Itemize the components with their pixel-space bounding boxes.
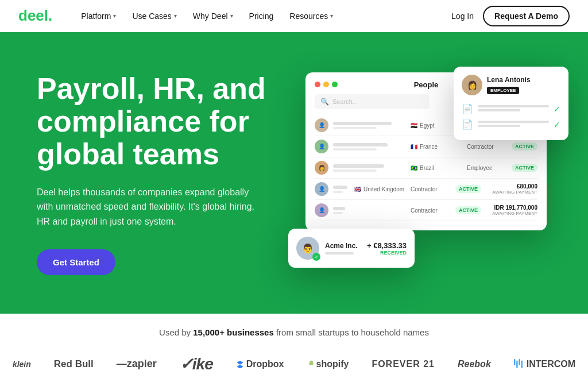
employee-name: Lena Antonis	[487, 76, 531, 84]
avatar: 👤	[315, 203, 328, 217]
name-cell	[333, 122, 406, 129]
close-dot	[315, 82, 320, 87]
search-placeholder: Search...	[332, 98, 358, 105]
brand-forever21: FOREVER 21	[372, 359, 435, 369]
nav-why-deel[interactable]: Why Deel ▾	[187, 8, 239, 24]
chevron-down-icon: ▾	[330, 13, 333, 19]
brand-logos: klein Red Bull —zapier ✓ike Dropbox shop…	[0, 354, 588, 378]
hero-illustration: People 🔍 Search... 👤 🇪🇬 Egypt	[294, 61, 551, 279]
status-badge: ACTIVE	[455, 206, 481, 214]
hero-section: Payroll, HR, and compliance for global t…	[0, 32, 588, 314]
login-button[interactable]: Log In	[451, 11, 474, 21]
document-lines	[478, 105, 549, 113]
type-cell: Contractor	[411, 186, 451, 192]
status-badge: ACTIVE	[512, 164, 537, 172]
payer-avatar: 👨 ✓	[296, 237, 319, 260]
chevron-down-icon: ▾	[113, 13, 116, 19]
brand-reebok: Reebok	[458, 359, 491, 369]
country-cell: 🇬🇧 United Kingdom	[354, 186, 406, 192]
table-row: 👤 Contractor ACTIVE IDR 191,770,000 AWAI…	[315, 200, 537, 221]
nav-actions: Log In Request A Demo	[451, 6, 570, 26]
svg-rect-4	[521, 360, 522, 368]
navigation: deel. Platform ▾ Use Cases ▾ Why Deel ▾ …	[0, 0, 588, 32]
employee-info: Lena Antonis EMPLOYEE	[487, 76, 531, 94]
brand-zapier: —zapier	[117, 358, 157, 370]
employee-type-badge: EMPLOYEE	[487, 87, 519, 94]
type-cell: Employee	[467, 165, 507, 171]
country-cell: 🇫🇷 France	[411, 144, 462, 150]
svg-rect-2	[516, 360, 517, 368]
hero-subtitle: Deel helps thousands of companies expand…	[37, 185, 266, 229]
social-proof-text: Used by 15,000+ businesses from small st…	[0, 327, 588, 337]
search-icon: 🔍	[320, 98, 329, 106]
payment-notification-card: 👨 ✓ Acme Inc. + €8,333.33 RECEIVED	[288, 229, 415, 268]
document-lines	[478, 121, 549, 129]
social-proof-section: Used by 15,000+ businesses from small st…	[0, 314, 588, 378]
payment-amount: £80,000	[486, 183, 537, 190]
avatar: 👤	[315, 118, 328, 132]
window-controls	[315, 82, 338, 87]
chevron-down-icon: ▾	[230, 13, 233, 19]
payer-info: Acme Inc.	[325, 242, 361, 254]
svg-rect-1	[514, 359, 515, 365]
highlight-text: 15,000+ businesses	[193, 327, 274, 337]
type-cell: Contractor	[411, 207, 451, 214]
avatar: 👤	[315, 140, 328, 153]
hero-content: Payroll, HR, and compliance for global t…	[37, 67, 294, 275]
nav-resources[interactable]: Resources ▾	[284, 8, 339, 24]
payment-check-icon: ✓	[312, 253, 320, 261]
payment-amount-block: + €8,333.33 RECEIVED	[367, 241, 407, 256]
nav-pricing[interactable]: Pricing	[243, 8, 280, 24]
table-row: 👤 🇬🇧 United Kingdom Contractor ACTIVE £8…	[315, 179, 537, 200]
document-row-2: 📄 ✓	[462, 117, 560, 132]
nav-platform[interactable]: Platform ▾	[75, 8, 122, 24]
document-icon: 📄	[462, 103, 473, 114]
payment-label: AWAITING PAYMENT	[486, 190, 537, 195]
payment-label: AWAITING PAYMENT	[486, 211, 537, 216]
brand-redbull: Red Bull	[54, 358, 94, 370]
svg-marker-0	[237, 361, 243, 368]
minimize-dot	[323, 82, 329, 87]
avatar: 👩	[315, 161, 328, 175]
document-icon: 📄	[462, 119, 473, 130]
country-cell: 🇧🇷 Brazil	[411, 165, 462, 171]
svg-rect-3	[519, 359, 520, 365]
brand-nike: ✓ike	[180, 354, 213, 373]
document-row: 📄 ✓	[462, 101, 560, 117]
brand-intercom: INTERCOM	[514, 359, 575, 369]
check-icon: ✓	[554, 120, 560, 129]
employee-avatar: 👩	[462, 75, 482, 95]
company-name: Acme Inc.	[325, 242, 361, 250]
payment-cell: £80,000 AWAITING PAYMENT	[486, 183, 537, 195]
payment-amount: + €8,333.33	[367, 241, 407, 250]
name-cell	[333, 164, 406, 172]
brand-logo[interactable]: deel.	[18, 7, 52, 25]
hero-title: Payroll, HR, and compliance for global t…	[37, 72, 289, 171]
status-badge: ACTIVE	[512, 142, 537, 151]
logo-text: deel	[18, 7, 48, 24]
avatar: 👤	[315, 182, 328, 196]
brand-shopify: shopify	[307, 359, 349, 369]
payment-cell: IDR 191,770,000 AWAITING PAYMENT	[486, 205, 537, 216]
brand-dropbox: Dropbox	[236, 359, 284, 369]
check-icon: ✓	[554, 105, 560, 114]
employee-detail-card: 👩 Lena Antonis EMPLOYEE 📄 ✓ 📄	[454, 67, 568, 140]
brand-klein: klein	[13, 360, 31, 369]
name-cell	[333, 143, 406, 151]
chevron-down-icon: ▾	[174, 13, 177, 19]
payment-amount: IDR 191,770,000	[486, 205, 537, 211]
nav-links: Platform ▾ Use Cases ▾ Why Deel ▾ Pricin…	[75, 8, 451, 24]
get-started-button[interactable]: Get Started	[37, 249, 115, 275]
status-badge: ACTIVE	[455, 185, 481, 193]
nav-use-cases[interactable]: Use Cases ▾	[126, 8, 182, 24]
expand-dot	[332, 82, 338, 87]
payment-status: RECEIVED	[367, 250, 407, 256]
employee-header: 👩 Lena Antonis EMPLOYEE	[462, 75, 560, 95]
people-search[interactable]: 🔍 Search...	[315, 94, 430, 109]
table-row: 👩 🇧🇷 Brazil Employee ACTIVE	[315, 157, 537, 179]
type-cell: Contractor	[467, 144, 507, 150]
dashboard-title: People	[414, 80, 439, 89]
name-cell	[333, 186, 350, 193]
request-demo-button[interactable]: Request A Demo	[483, 6, 570, 26]
name-cell	[333, 207, 350, 214]
